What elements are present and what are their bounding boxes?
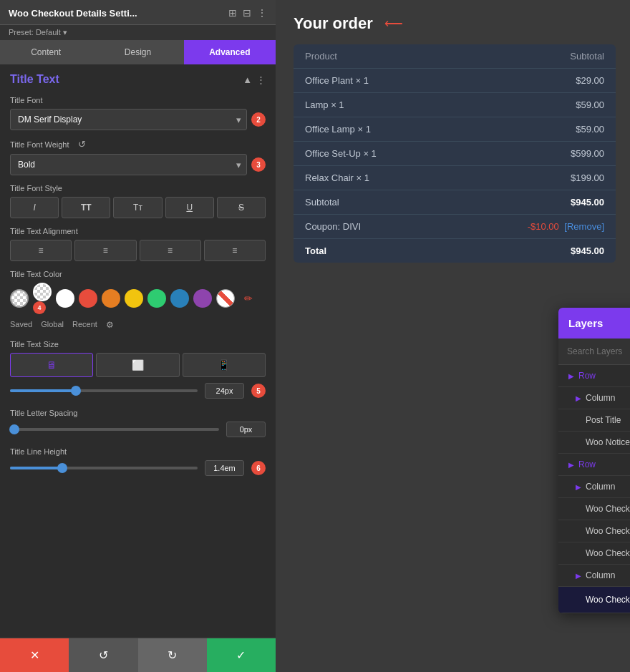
letter-spacing-value[interactable]: 0px bbox=[226, 422, 266, 437]
line-height-value[interactable]: 1.4em bbox=[205, 460, 244, 476]
order-coupon-row: Coupon: DIVI -$10.00 [Remove] bbox=[294, 215, 616, 239]
style-capitalize[interactable]: Tт bbox=[113, 197, 162, 218]
more-icon[interactable]: ⋮ bbox=[257, 7, 267, 19]
align-center[interactable]: ≡ bbox=[74, 240, 136, 261]
undo-button[interactable]: ↺ bbox=[69, 638, 137, 672]
order-total-row: Total $945.00 bbox=[294, 239, 616, 263]
style-italic[interactable]: I bbox=[10, 197, 59, 218]
color-row: 4 ✏ bbox=[10, 283, 266, 314]
title-font-weight-select[interactable]: Bold bbox=[10, 154, 247, 175]
list-item[interactable]: Woo Checkout Information ⚙ ⊞ 🗑 ⋮ bbox=[558, 542, 630, 565]
list-item[interactable]: Post Title ⚙ ⊞ 🗑 ⋮ bbox=[558, 409, 630, 432]
collapse-icon[interactable]: ▲ bbox=[243, 74, 252, 85]
title-size-thumb[interactable] bbox=[71, 386, 81, 396]
list-item[interactable]: ▶ Column ⚙ ⊞ 🗑 ⋮ bbox=[558, 565, 630, 587]
order-header-row: Product Subtotal bbox=[294, 44, 616, 69]
right-panel: Your order ⟵ Product Subtotal Office Pla… bbox=[279, 0, 630, 672]
color-purple[interactable] bbox=[193, 289, 212, 308]
color-footer: Saved Global Recent ⚙ bbox=[10, 320, 266, 330]
color-striped[interactable] bbox=[216, 289, 235, 308]
style-underline[interactable]: U bbox=[165, 197, 214, 218]
order-subtotal-amount: $945.00 bbox=[571, 197, 604, 208]
layers-panel: Layers ✕ + Filter ▶ Row ⚙ ⊞ 🗑 ⋮ ▶ bbox=[558, 308, 630, 613]
device-desktop[interactable]: 🖥 bbox=[10, 353, 93, 377]
list-item[interactable]: Woo Checkout Billing ⚙ ⊞ 🗑 ⋮ bbox=[558, 498, 630, 520]
title-font-weight-field: Bold ▾ 3 bbox=[10, 154, 266, 175]
color-recent[interactable]: Recent bbox=[72, 320, 97, 330]
color-global[interactable]: Global bbox=[41, 320, 64, 330]
tab-bar: Content Design Advanced bbox=[0, 40, 276, 64]
align-row: ≡ ≡ ≡ ≡ bbox=[10, 240, 266, 261]
letter-spacing-thumb[interactable] bbox=[9, 424, 19, 434]
color-white[interactable] bbox=[56, 289, 74, 308]
letter-spacing-slider-row: 0px bbox=[10, 422, 266, 437]
order-section: Your order ⟵ Product Subtotal Office Pla… bbox=[279, 0, 630, 274]
woo-checkout-details-item[interactable]: Woo Checkout Details ⚙ 1 ⋮ bbox=[558, 587, 630, 613]
coupon-remove-btn[interactable]: [Remove] bbox=[564, 221, 604, 232]
cancel-button[interactable]: ✕ bbox=[0, 638, 69, 672]
title-line-height-label: Title Line Height bbox=[10, 447, 266, 456]
order-total-amount: $945.00 bbox=[571, 245, 604, 256]
align-right[interactable]: ≡ bbox=[140, 240, 201, 261]
title-text-size-label: Title Text Size bbox=[10, 340, 266, 349]
order-title: Your order bbox=[294, 14, 373, 33]
line-height-fill bbox=[10, 467, 62, 469]
color-red[interactable] bbox=[79, 289, 97, 308]
list-item[interactable]: ▶ Column ⚙ ⊞ 🗑 ⋮ bbox=[558, 387, 630, 409]
align-justify[interactable]: ≡ bbox=[204, 240, 266, 261]
order-coupon-amount: -$10.00 [Remove] bbox=[528, 221, 604, 232]
letter-spacing-track[interactable] bbox=[10, 428, 219, 431]
badge-3-wrapper: 3 bbox=[251, 157, 266, 172]
list-item[interactable]: ▶ Row ⚙ ⊞ 🗑 ⋮ bbox=[558, 365, 630, 387]
layer-name: Column bbox=[586, 393, 630, 403]
style-strikethrough[interactable]: S bbox=[217, 197, 266, 218]
device-tablet[interactable]: ⬜ bbox=[96, 353, 179, 377]
color-yellow[interactable] bbox=[125, 289, 143, 308]
color-saved[interactable]: Saved bbox=[10, 320, 32, 330]
title-size-fill bbox=[10, 389, 76, 392]
order-product-5: Relax Chair × 1 bbox=[305, 172, 369, 183]
color-settings-icon[interactable]: ⚙ bbox=[106, 320, 114, 330]
color-picker-icon[interactable]: ✏ bbox=[239, 289, 258, 308]
order-subtotal-label: Subtotal bbox=[305, 197, 339, 208]
panel-header: Woo Checkout Details Setti... ⊞ ⊟ ⋮ bbox=[0, 0, 276, 25]
reset-weight-icon[interactable]: ↺ bbox=[78, 139, 86, 150]
title-size-track[interactable] bbox=[10, 389, 198, 392]
badge-5-wrapper: 5 bbox=[251, 384, 266, 398]
list-item[interactable]: ▶ Column ⚙ ⊞ 🗑 ⋮ bbox=[558, 476, 630, 498]
list-item[interactable]: Woo Checkout Shipping ⚙ ⊞ 🗑 ⋮ bbox=[558, 520, 630, 542]
line-height-thumb[interactable] bbox=[57, 463, 67, 473]
order-arrow-icon: ⟵ bbox=[384, 16, 403, 31]
align-left[interactable]: ≡ bbox=[10, 240, 72, 261]
badge-4-wrapper: 4 bbox=[33, 283, 52, 314]
expand-icon[interactable]: ⊞ bbox=[228, 7, 237, 19]
order-subtotal-2: $59.00 bbox=[576, 99, 604, 110]
color-green[interactable] bbox=[147, 289, 166, 308]
section-more-icon[interactable]: ⋮ bbox=[256, 74, 266, 85]
list-item[interactable]: ▶ Row ⚙ ⊞ 🗑 ⋮ bbox=[558, 454, 630, 476]
size-device-row: 🖥 ⬜ 📱 bbox=[10, 353, 266, 377]
device-mobile[interactable]: 📱 bbox=[183, 353, 266, 377]
title-font-select[interactable]: DM Serif Display bbox=[10, 109, 247, 130]
order-product-4: Office Set-Up × 1 bbox=[305, 148, 377, 159]
order-subtotal-3: $59.00 bbox=[576, 124, 604, 135]
title-size-value[interactable]: 24px bbox=[205, 383, 244, 399]
color-active-swatch[interactable] bbox=[33, 283, 52, 301]
color-orange[interactable] bbox=[102, 289, 120, 308]
redo-button[interactable]: ↻ bbox=[138, 638, 207, 672]
order-header: Your order ⟵ bbox=[294, 14, 616, 33]
order-subtotal-1: $29.00 bbox=[576, 75, 604, 86]
line-height-track[interactable] bbox=[10, 467, 198, 469]
tab-content[interactable]: Content bbox=[0, 40, 92, 64]
style-uppercase[interactable]: TT bbox=[62, 197, 110, 218]
panel-preset[interactable]: Preset: Default ▾ bbox=[0, 25, 276, 40]
tab-design[interactable]: Design bbox=[92, 40, 183, 64]
layers-search-input[interactable] bbox=[567, 346, 630, 356]
save-button[interactable]: ✓ bbox=[207, 638, 276, 672]
woo-checkout-shipping-name: Woo Checkout Shipping bbox=[586, 526, 630, 536]
color-transparent[interactable] bbox=[10, 289, 29, 308]
list-item[interactable]: Woo Notice ⚙ ⊞ 🗑 ⋮ bbox=[558, 432, 630, 454]
grid-icon[interactable]: ⊟ bbox=[243, 7, 251, 19]
tab-advanced[interactable]: Advanced bbox=[184, 40, 276, 64]
color-blue[interactable] bbox=[170, 289, 189, 308]
